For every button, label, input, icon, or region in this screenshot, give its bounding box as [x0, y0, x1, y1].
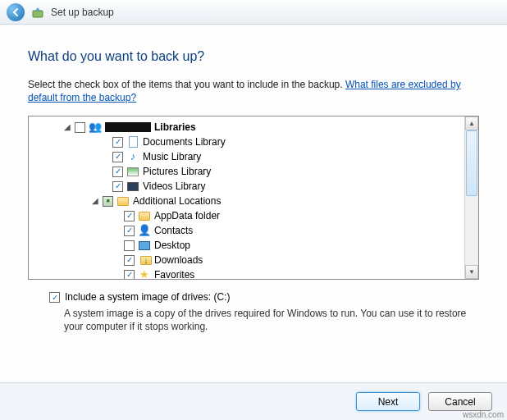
checkbox-appdata[interactable]	[124, 211, 135, 221]
system-image-label: Include a system image of drives: (C:)	[65, 291, 230, 303]
tree-additional-locations[interactable]: ◢ Additional Locations	[30, 194, 463, 208]
next-button[interactable]: Next	[356, 392, 420, 411]
tree-item-pictures[interactable]: Pictures Library	[30, 164, 463, 179]
checkbox-desktop[interactable]	[124, 240, 135, 251]
checkbox-system-image[interactable]	[49, 292, 60, 303]
favorites-icon: ★	[138, 268, 151, 279]
description: Select the check box of the items that y…	[28, 79, 479, 104]
scroll-down-button[interactable]: ▼	[465, 265, 478, 279]
checkbox-downloads[interactable]	[124, 255, 135, 266]
description-text: Select the check box of the items that y…	[28, 79, 345, 90]
downloads-icon: ↓	[138, 253, 151, 267]
document-icon	[126, 135, 139, 148]
checkbox-pictures[interactable]	[112, 167, 123, 177]
folder-icon	[138, 209, 151, 222]
tree-item-videos[interactable]: Videos Library	[30, 179, 463, 194]
checkbox-additional[interactable]	[103, 196, 113, 207]
libraries-label: Libraries	[154, 120, 196, 135]
tree-item-downloads[interactable]: ↓ Downloads	[30, 253, 463, 267]
backup-tree[interactable]: ◢ 👥 Libraries Documents Library ♪ Music …	[29, 116, 464, 279]
item-label: Downloads	[154, 253, 203, 267]
cancel-button[interactable]: Cancel	[428, 392, 492, 411]
users-icon: 👥	[89, 121, 102, 134]
scroll-thumb[interactable]	[466, 130, 477, 196]
backup-tree-container: ◢ 👥 Libraries Documents Library ♪ Music …	[28, 116, 479, 280]
collapse-icon[interactable]: ◢	[63, 120, 71, 135]
tree-item-documents[interactable]: Documents Library	[30, 135, 463, 149]
system-image-row: Include a system image of drives: (C:)	[28, 291, 479, 303]
checkbox-music[interactable]	[112, 152, 123, 162]
desktop-icon	[138, 239, 151, 252]
item-label: Pictures Library	[143, 164, 211, 179]
folder-icon	[116, 194, 130, 208]
item-label: Favorites	[154, 267, 194, 279]
checkbox-favorites[interactable]	[124, 270, 135, 280]
page-heading: What do you want to back up?	[28, 49, 479, 64]
tree-item-music[interactable]: ♪ Music Library	[30, 149, 463, 164]
scroll-track[interactable]	[465, 130, 478, 265]
backup-icon	[31, 6, 44, 19]
collapse-icon[interactable]: ◢	[91, 194, 99, 208]
pictures-icon	[126, 165, 139, 178]
wizard-buttons: Next Cancel	[0, 382, 507, 420]
music-icon: ♪	[126, 150, 139, 163]
item-label: Desktop	[154, 238, 190, 253]
tree-item-desktop[interactable]: Desktop	[30, 238, 463, 253]
videos-icon	[126, 180, 139, 193]
contacts-icon: 👤	[138, 224, 151, 237]
item-label: Documents Library	[143, 135, 226, 149]
watermark: wsxdn.com	[463, 410, 504, 419]
backup-wizard-window: Set up backup What do you want to back u…	[0, 0, 507, 420]
svg-rect-0	[33, 11, 43, 17]
item-label: Videos Library	[143, 179, 206, 194]
window-title: Set up backup	[51, 7, 114, 18]
item-label: Music Library	[143, 149, 201, 164]
tree-item-favorites[interactable]: ★ Favorites	[30, 267, 463, 279]
checkbox-contacts[interactable]	[124, 226, 135, 236]
tree-item-appdata[interactable]: AppData folder	[30, 208, 463, 223]
checkbox-videos[interactable]	[112, 181, 123, 192]
additional-label: Additional Locations	[133, 194, 221, 208]
tree-root-libraries[interactable]: ◢ 👥 Libraries	[30, 120, 463, 135]
scroll-up-button[interactable]: ▲	[465, 116, 478, 130]
tree-item-contacts[interactable]: 👤 Contacts	[30, 223, 463, 238]
redacted-username	[105, 122, 151, 132]
item-label: AppData folder	[154, 208, 220, 223]
tree-scrollbar[interactable]: ▲ ▼	[464, 116, 478, 279]
content-area: What do you want to back up? Select the …	[0, 25, 507, 382]
system-image-description: A system image is a copy of the drives r…	[64, 308, 479, 333]
item-label: Contacts	[154, 223, 193, 238]
titlebar: Set up backup	[0, 0, 507, 25]
checkbox-libraries[interactable]	[75, 122, 85, 133]
checkbox-documents[interactable]	[112, 137, 123, 148]
back-button[interactable]	[7, 3, 25, 21]
